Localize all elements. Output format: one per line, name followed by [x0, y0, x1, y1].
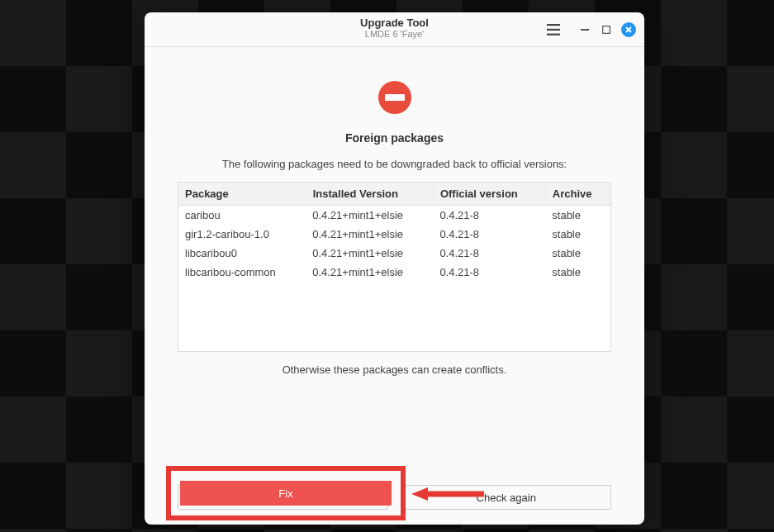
- svg-rect-8: [385, 94, 405, 101]
- close-button[interactable]: [621, 22, 636, 37]
- page-heading: Foreign packages: [345, 131, 444, 145]
- table-cell: stable: [545, 225, 610, 244]
- table-cell: stable: [545, 263, 610, 282]
- maximize-button[interactable]: [600, 23, 613, 36]
- table-cell: stable: [545, 244, 610, 263]
- table-cell: caribou: [178, 206, 306, 226]
- table-header-row: Package Installed Version Official versi…: [178, 183, 610, 206]
- page-subheading: The following packages need to be downgr…: [222, 158, 567, 170]
- svg-rect-3: [581, 29, 589, 31]
- col-package[interactable]: Package: [178, 183, 306, 206]
- table-row[interactable]: libcaribou-common0.4.21+mint1+elsie0.4.2…: [178, 263, 610, 282]
- svg-rect-1: [547, 28, 560, 30]
- title-center: Upgrade Tool LMDE 6 'Faye': [360, 17, 429, 39]
- col-archive[interactable]: Archive: [545, 183, 610, 206]
- check-again-button[interactable]: Check again: [401, 485, 612, 510]
- window-controls: [578, 22, 636, 37]
- svg-rect-4: [603, 26, 610, 33]
- window-subtitle: LMDE 6 'Faye': [360, 29, 429, 39]
- svg-rect-0: [547, 24, 560, 26]
- table-cell: libcaribou0: [178, 244, 306, 263]
- table-cell: 0.4.21-8: [433, 225, 545, 244]
- no-entry-icon: [378, 80, 412, 115]
- table-row[interactable]: caribou0.4.21+mint1+elsie0.4.21-8stable: [178, 206, 610, 226]
- titlebar: Upgrade Tool LMDE 6 'Faye': [145, 12, 644, 47]
- table-cell: 0.4.21+mint1+elsie: [306, 206, 433, 226]
- packages-table[interactable]: Package Installed Version Official versi…: [178, 182, 611, 352]
- annotation-highlight-fill: Fix: [180, 481, 392, 506]
- page-footnote: Otherwise these packages can create conf…: [283, 363, 507, 376]
- hamburger-menu-icon[interactable]: [542, 19, 565, 40]
- table-cell: stable: [545, 206, 610, 226]
- table-cell: libcaribou-common: [178, 263, 306, 282]
- table-cell: 0.4.21-8: [433, 244, 545, 263]
- table-row[interactable]: libcaribou00.4.21+mint1+elsie0.4.21-8sta…: [178, 244, 610, 263]
- minimize-button[interactable]: [578, 23, 591, 36]
- table-cell: 0.4.21+mint1+elsie: [306, 244, 433, 263]
- window-title: Upgrade Tool: [360, 17, 429, 29]
- col-official[interactable]: Official version: [433, 183, 545, 206]
- table-cell: 0.4.21-8: [433, 263, 545, 282]
- content-area: Foreign packages The following packages …: [145, 47, 644, 485]
- svg-rect-2: [547, 33, 560, 35]
- table-row[interactable]: gir1.2-caribou-1.00.4.21+mint1+elsie0.4.…: [178, 225, 610, 244]
- table-cell: 0.4.21-8: [433, 206, 545, 226]
- table-cell: 0.4.21+mint1+elsie: [306, 263, 433, 282]
- table-cell: gir1.2-caribou-1.0: [178, 225, 306, 244]
- upgrade-tool-window: Upgrade Tool LMDE 6 'Faye': [145, 12, 644, 525]
- col-installed[interactable]: Installed Version: [306, 183, 433, 206]
- table-cell: 0.4.21+mint1+elsie: [306, 225, 433, 244]
